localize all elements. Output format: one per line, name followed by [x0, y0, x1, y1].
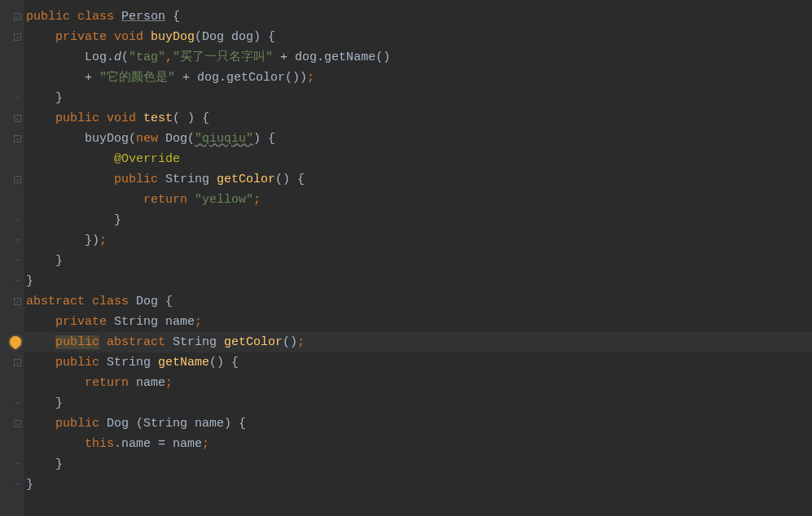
code-line[interactable]: private String name;: [24, 312, 812, 332]
code-token: ;: [195, 315, 202, 329]
code-line[interactable]: });: [24, 230, 812, 251]
code-line[interactable]: public class Person {: [24, 7, 812, 27]
fold-end-icon: ⌐: [16, 480, 21, 489]
code-line[interactable]: public String getColor() {: [24, 169, 812, 190]
code-token: String name: [107, 315, 195, 329]
fold-end-icon: ⌐: [16, 216, 21, 225]
code-token: [143, 30, 151, 44]
code-token: [26, 376, 85, 390]
code-token: [114, 10, 121, 24]
code-line[interactable]: buyDog(new Dog("qiuqiu") {: [24, 129, 812, 149]
code-line[interactable]: }: [24, 454, 812, 474]
gutter-line: -: [0, 169, 24, 190]
fold-end-icon: ⌐: [16, 460, 21, 469]
fold-marker-icon[interactable]: -: [14, 135, 21, 142]
code-token: [26, 437, 85, 451]
fold-marker-icon[interactable]: -: [14, 115, 21, 122]
editor-gutter: --⌐---⌐⌐⌐⌐---⌐-⌐⌐: [0, 0, 24, 516]
code-token: test: [143, 112, 173, 125]
code-line[interactable]: + "它的颜色是" + dog.getColor());: [24, 68, 812, 88]
gutter-line: ⌐: [0, 210, 24, 230]
code-line[interactable]: }: [24, 88, 812, 108]
code-token: return: [143, 193, 187, 207]
code-token: Dog: [136, 295, 158, 308]
code-token: @Override: [114, 152, 180, 166]
code-editor[interactable]: public class Person { private void buyDo…: [24, 0, 812, 516]
code-token: [26, 152, 114, 166]
code-token: ;: [307, 71, 314, 85]
fold-marker-icon[interactable]: -: [14, 298, 21, 305]
code-line[interactable]: public String getName() {: [24, 352, 812, 373]
code-token: "yellow": [195, 193, 253, 207]
code-line[interactable]: public void test( ) {: [24, 108, 812, 129]
gutter-line: [0, 149, 24, 169]
gutter-line: [0, 434, 24, 454]
fold-marker-icon[interactable]: -: [14, 33, 21, 41]
code-line[interactable]: }: [24, 474, 812, 495]
code-token: String: [99, 356, 158, 370]
code-line[interactable]: public Dog (String name) {: [24, 413, 812, 434]
code-token: new: [136, 132, 158, 146]
fold-marker-icon[interactable]: -: [14, 13, 21, 20]
gutter-line: [0, 190, 24, 210]
code-token: }): [26, 234, 99, 247]
code-token: [26, 112, 55, 125]
code-token: buyDog: [151, 30, 195, 44]
code-token: getColor: [217, 173, 275, 186]
fold-marker-icon[interactable]: -: [14, 359, 21, 366]
fold-end-icon: ⌐: [16, 277, 21, 286]
code-token: private: [55, 30, 107, 44]
code-token: Dog(: [158, 132, 195, 146]
code-line[interactable]: this.name = name;: [24, 434, 812, 454]
code-token: public: [114, 173, 158, 186]
code-token: "qiuqiu": [195, 132, 253, 146]
code-line[interactable]: return name;: [24, 373, 812, 393]
code-token: }: [26, 274, 33, 288]
code-token: public: [55, 356, 99, 370]
code-line[interactable]: return "yellow";: [24, 190, 812, 210]
fold-end-icon: ⌐: [16, 256, 21, 265]
code-token: ;: [202, 437, 209, 451]
gutter-line: [0, 312, 24, 332]
code-token: [26, 356, 55, 370]
code-token: }: [26, 91, 63, 105]
code-token: ;: [99, 234, 107, 247]
code-token: [26, 193, 143, 207]
code-token: (: [121, 50, 129, 64]
gutter-line: ⌐: [0, 454, 24, 474]
code-token: class: [92, 295, 129, 308]
code-line[interactable]: }: [24, 271, 812, 291]
fold-end-icon: ⌐: [16, 399, 21, 408]
code-token: abstract: [107, 335, 165, 349]
code-line[interactable]: }: [24, 251, 812, 271]
code-token: }: [26, 213, 121, 227]
fold-marker-icon[interactable]: -: [14, 420, 21, 427]
gutter-line: -: [0, 291, 24, 312]
code-line[interactable]: abstract class Dog {: [24, 291, 812, 312]
code-line[interactable]: @Override: [24, 149, 812, 169]
code-token: ;: [165, 376, 173, 390]
code-token: [26, 335, 55, 349]
code-line[interactable]: public abstract String getColor();: [24, 332, 812, 352]
code-line[interactable]: Log.d("tag","买了一只名字叫" + dog.getName(): [24, 47, 812, 68]
code-line[interactable]: private void buyDog(Dog dog) {: [24, 27, 812, 47]
code-token: "它的颜色是": [99, 71, 175, 85]
code-token: this: [85, 437, 114, 451]
code-token: String: [165, 335, 224, 349]
code-token: "tag": [129, 50, 165, 64]
code-token: void: [114, 30, 143, 44]
code-line[interactable]: }: [24, 393, 812, 413]
code-token: [26, 315, 55, 329]
code-token: buyDog(: [26, 132, 136, 146]
code-line[interactable]: }: [24, 210, 812, 230]
gutter-line: [0, 47, 24, 68]
gutter-line: -: [0, 129, 24, 149]
code-token: [70, 10, 77, 24]
fold-marker-icon[interactable]: -: [14, 176, 21, 183]
gutter-line: -: [0, 7, 24, 27]
code-token: void: [107, 112, 136, 125]
fold-end-icon: ⌐: [16, 94, 21, 103]
code-token: class: [77, 10, 114, 24]
code-token: () {: [209, 356, 239, 370]
code-token: getName: [158, 356, 209, 370]
